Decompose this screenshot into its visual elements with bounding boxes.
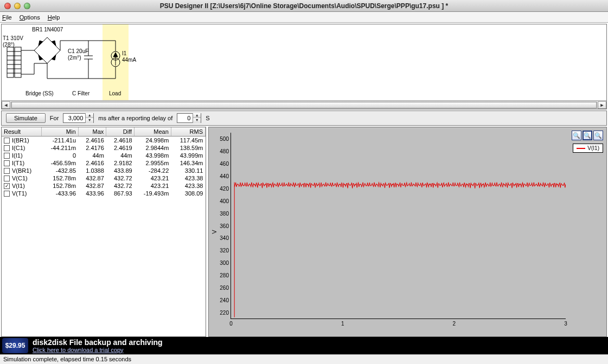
spin-down-icon[interactable]: ▼	[193, 118, 201, 123]
result-value-cell: 432.87	[78, 174, 106, 182]
result-value-cell: -19.493m	[135, 190, 171, 197]
ytick-label: 500	[220, 136, 229, 142]
spin-down-icon[interactable]: ▼	[86, 118, 93, 123]
plot-legend[interactable]: V(I1)	[573, 144, 603, 153]
svg-marker-16	[39, 55, 43, 60]
table-row[interactable]: I(T1)-456.59m2.46162.91822.9955m146.34m	[2, 159, 206, 167]
result-value-cell: 44m	[78, 152, 106, 159]
results-header[interactable]: Diff	[106, 127, 135, 136]
result-value-cell: 308.09	[171, 190, 205, 197]
status-bar: Simulation complete, elapsed time 0.15 s…	[0, 354, 608, 364]
menu-file[interactable]: File	[2, 14, 12, 21]
ytick-label: 480	[220, 148, 229, 154]
result-value-cell: -44.211m	[41, 144, 78, 152]
result-value-cell: 2.4618	[106, 136, 135, 145]
results-header[interactable]: Min	[41, 127, 78, 136]
xtick-label: 0	[229, 321, 233, 327]
result-checkbox[interactable]	[4, 191, 10, 197]
table-row[interactable]: I(BR1)-211.41u2.46162.461824.998m117.45m	[2, 136, 206, 145]
result-checkbox[interactable]	[4, 138, 10, 144]
scroll-right-icon[interactable]: ►	[598, 101, 606, 109]
result-name-cell[interactable]: I(I1)	[2, 152, 41, 159]
result-checkbox[interactable]	[4, 168, 10, 174]
plot-area[interactable]: 5004804604404204003803603403203002802602…	[231, 133, 566, 319]
scroll-thumb[interactable]	[11, 102, 597, 108]
result-name-cell[interactable]: I(T1)	[2, 159, 41, 167]
result-value-cell: 2.4176	[78, 144, 106, 152]
menu-help[interactable]: Help	[48, 14, 60, 21]
results-header[interactable]: Mean	[135, 127, 171, 136]
ytick-label: 260	[220, 284, 229, 290]
table-row[interactable]: I(C1)-44.211m2.41762.46192.9844m138.59m	[2, 144, 206, 152]
table-row[interactable]: ✓V(I1)152.78m432.87432.72423.21423.38	[2, 182, 206, 190]
result-checkbox[interactable]: ✓	[4, 183, 10, 189]
scroll-track[interactable]	[11, 101, 597, 109]
result-value-cell: 0	[41, 152, 78, 159]
zoom-in-icon[interactable]: 🔍	[572, 131, 581, 140]
results-header[interactable]: RMS	[171, 127, 205, 136]
result-value-cell: 423.38	[171, 182, 205, 190]
ytick-label: 420	[220, 185, 229, 191]
menu-options[interactable]: Options	[20, 14, 40, 21]
zoom-window-button[interactable]	[24, 3, 30, 9]
zoom-region-icon[interactable]: 🔍	[583, 131, 592, 140]
spin-up-icon[interactable]: ▲	[193, 113, 201, 118]
result-value-cell: 152.78m	[41, 174, 78, 182]
banner-line2[interactable]: Click here to download a trial copy	[33, 347, 163, 353]
result-value-cell: 44m	[106, 152, 135, 159]
result-name-cell[interactable]: V(T1)	[2, 190, 41, 197]
result-value-cell: 432.87	[78, 182, 106, 190]
result-name-cell[interactable]: ✓V(I1)	[2, 182, 41, 190]
results-header[interactable]: Max	[78, 127, 106, 136]
ms-input[interactable]	[63, 115, 85, 121]
ytick-label: 460	[220, 161, 229, 167]
result-value-cell: 2.4619	[106, 144, 135, 152]
spin-up-icon[interactable]: ▲	[86, 113, 93, 118]
result-value-cell: 433.96	[78, 190, 106, 197]
table-row[interactable]: V(T1)-433.96433.96867.93-19.493m308.09	[2, 190, 206, 197]
result-value-cell: 146.34m	[171, 159, 205, 167]
ytick-label: 220	[220, 309, 229, 315]
schematic-hscroll[interactable]: ◄ ►	[2, 100, 606, 109]
result-value-cell: 867.93	[106, 190, 135, 197]
ytick-label: 400	[220, 198, 229, 204]
minimize-window-button[interactable]	[14, 3, 21, 9]
zoom-out-icon[interactable]: 🔍	[593, 131, 603, 140]
result-name-label: V(I1)	[12, 183, 25, 189]
results-table[interactable]: ResultMinMaxDiffMeanRMS I(BR1)-211.41u2.…	[1, 127, 206, 337]
result-checkbox[interactable]	[4, 160, 10, 166]
result-name-cell[interactable]: V(C1)	[2, 174, 41, 182]
result-name-label: I(BR1)	[12, 137, 29, 144]
ms-spin-buttons[interactable]: ▲▼	[85, 113, 93, 123]
simulate-button[interactable]: Simulate	[6, 113, 46, 123]
result-value-cell: -433.96	[41, 190, 78, 197]
table-row[interactable]: I(I1)044m44m43.998m43.999m	[2, 152, 206, 159]
result-name-cell[interactable]: I(BR1)	[2, 136, 41, 144]
close-window-button[interactable]	[4, 3, 11, 9]
result-name-cell[interactable]: I(C1)	[2, 144, 41, 152]
result-name-label: V(C1)	[12, 175, 28, 181]
result-name-cell[interactable]: V(BR1)	[2, 167, 41, 174]
result-name-label: I(C1)	[12, 145, 25, 151]
result-checkbox[interactable]	[4, 153, 10, 159]
scroll-left-icon[interactable]: ◄	[2, 101, 10, 109]
table-row[interactable]: V(BR1)-432.851.0388433.89-284.22330.11	[2, 167, 206, 174]
t1-label-1: T1 310V	[3, 35, 23, 41]
delay-spinbox[interactable]: ▲▼	[177, 113, 201, 123]
schematic-diagram[interactable]: T1 310V (28°) BR1 1N4007 C1 20uF (2m°) I…	[2, 24, 606, 100]
result-checkbox[interactable]	[4, 176, 10, 181]
xtick-label: 3	[564, 321, 567, 327]
delay-input[interactable]	[177, 115, 193, 121]
results-header[interactable]: Result	[2, 127, 41, 136]
result-name-label: V(T1)	[12, 190, 27, 197]
result-checkbox[interactable]	[4, 145, 10, 151]
ad-banner[interactable]: $29.95 disk2disk File backup and archivi…	[0, 337, 608, 354]
ms-spinbox[interactable]: ▲▼	[63, 113, 94, 123]
table-row[interactable]: V(C1)152.78m432.87432.72423.21423.38	[2, 174, 206, 182]
result-value-cell: 2.9955m	[135, 159, 171, 167]
delay-spin-buttons[interactable]: ▲▼	[193, 113, 201, 123]
result-value-cell: 138.59m	[171, 144, 205, 152]
br1-label: BR1 1N4007	[32, 27, 63, 32]
footer-bridge: Bridge (SS)	[25, 90, 54, 96]
titlebar: PSU Designer II [Z:\Users\6j7\Online Sto…	[0, 0, 608, 12]
